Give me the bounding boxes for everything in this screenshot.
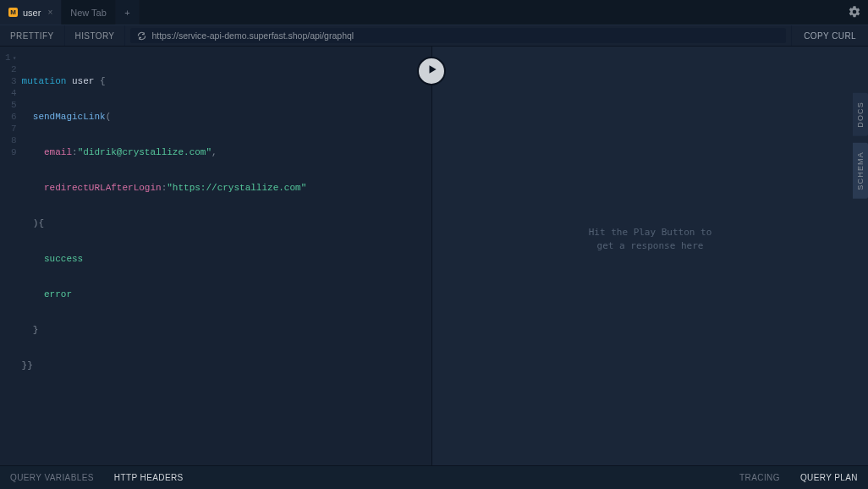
- docs-tab[interactable]: DOCS: [853, 93, 868, 136]
- query-plan-button[interactable]: QUERY PLAN: [790, 473, 868, 482]
- workspace: 1▾ 2 3 4 5 6 7 8 9 mutation user { sendM…: [0, 47, 868, 465]
- response-pane: Hit the Play Button to get a response he…: [432, 47, 868, 465]
- close-icon[interactable]: ×: [47, 8, 52, 17]
- history-button[interactable]: HISTORY: [65, 25, 126, 46]
- gear-icon: [848, 7, 861, 21]
- endpoint-input[interactable]: [151, 30, 779, 41]
- tracing-button[interactable]: TRACING: [729, 473, 790, 482]
- response-placeholder: Hit the Play Button to get a response he…: [589, 226, 712, 253]
- line-gutter: 1▾ 2 3 4 5 6 7 8 9: [0, 47, 22, 465]
- endpoint-box: [130, 28, 786, 43]
- toolbar: PRETTIFY HISTORY COPY CURL: [0, 25, 868, 47]
- settings-button[interactable]: [848, 5, 861, 19]
- bottom-bar: QUERY VARIABLES HTTP HEADERS TRACING QUE…: [0, 465, 868, 489]
- play-icon: [425, 63, 438, 79]
- tab-strip: M user × New Tab +: [0, 0, 868, 25]
- execute-button[interactable]: [417, 57, 446, 85]
- add-tab-button[interactable]: +: [116, 0, 140, 25]
- copy-curl-button[interactable]: COPY CURL: [791, 25, 868, 46]
- prettify-button[interactable]: PRETTIFY: [0, 25, 65, 46]
- plus-icon: +: [124, 8, 129, 18]
- http-headers-button[interactable]: HTTP HEADERS: [104, 473, 194, 482]
- query-variables-button[interactable]: QUERY VARIABLES: [0, 473, 104, 482]
- schema-tab[interactable]: SCHEMA: [853, 143, 868, 199]
- reload-icon[interactable]: [137, 31, 146, 41]
- query-editor[interactable]: 1▾ 2 3 4 5 6 7 8 9 mutation user { sendM…: [0, 47, 431, 465]
- tab-label: user: [23, 8, 41, 18]
- tab-new[interactable]: New Tab: [62, 0, 116, 25]
- side-rail: DOCS SCHEMA: [853, 93, 868, 199]
- tab-label: New Tab: [70, 8, 107, 18]
- code-body[interactable]: mutation user { sendMagicLink( email:"di…: [22, 47, 307, 465]
- tab-user[interactable]: M user ×: [0, 0, 62, 25]
- mutation-badge-icon: M: [8, 8, 18, 17]
